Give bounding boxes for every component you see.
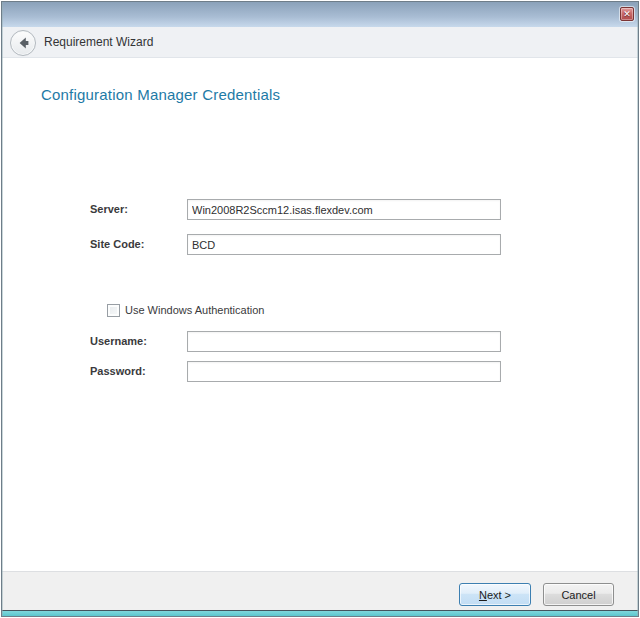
server-label: Server: [90, 199, 128, 220]
site-code-input[interactable] [187, 234, 501, 255]
windows-auth-checkbox[interactable] [107, 304, 120, 317]
wizard-window: ✕ Requirement Wizard Configuration Manag… [1, 1, 639, 617]
accent-strip [2, 610, 638, 616]
back-button[interactable] [10, 30, 36, 56]
close-icon: ✕ [623, 10, 631, 19]
windows-auth-label[interactable]: Use Windows Authentication [125, 303, 264, 318]
wizard-title: Requirement Wizard [44, 27, 153, 58]
next-button-label: ext > [487, 589, 511, 601]
close-button[interactable]: ✕ [620, 7, 634, 21]
server-input[interactable] [187, 199, 501, 220]
titlebar: ✕ [2, 2, 638, 27]
cancel-button[interactable]: Cancel [543, 583, 614, 606]
back-arrow-icon [15, 35, 31, 51]
page-heading: Configuration Manager Credentials [41, 86, 280, 103]
next-button-mnemonic: N [479, 589, 487, 601]
site-code-label: Site Code: [90, 234, 144, 255]
password-input[interactable] [187, 361, 501, 382]
next-button[interactable]: Next > [459, 583, 531, 606]
username-input[interactable] [187, 331, 501, 352]
cancel-button-label: Cancel [561, 589, 595, 601]
username-label: Username: [90, 331, 147, 352]
password-label: Password: [90, 361, 146, 382]
